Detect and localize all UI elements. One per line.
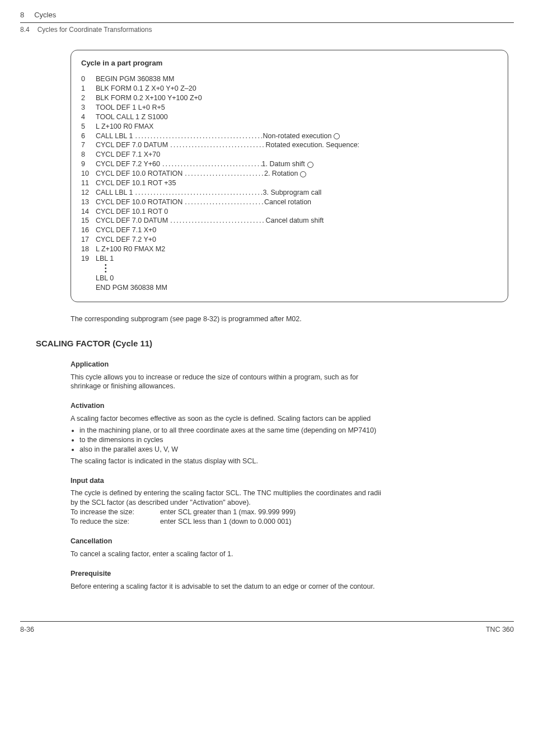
line-number: 6 bbox=[81, 132, 96, 141]
sub-activation: Activation bbox=[71, 401, 508, 411]
line-number: 4 bbox=[81, 112, 96, 122]
line-number: 3 bbox=[81, 103, 96, 112]
definition-value: enter SCL greater than 1 (max. 99.999 99… bbox=[160, 508, 296, 517]
annotation: Rotated execution. Sequence: bbox=[266, 140, 359, 150]
footer-model: TNC 360 bbox=[486, 625, 514, 635]
annotation-text: 2. Rotation bbox=[264, 169, 298, 179]
definition-value: enter SCL less than 1 (down to 0.000 001… bbox=[160, 517, 291, 527]
line-number: 10 bbox=[81, 169, 96, 179]
code-text: CALL LBL 1 bbox=[96, 132, 133, 141]
code-text: CYCL DEF 7.1 X+70 bbox=[96, 150, 160, 159]
ellipsis-dots: ••• bbox=[81, 264, 498, 274]
code-box-title: Cycle in a part program bbox=[81, 58, 498, 68]
program-row: 8CYCL DEF 7.1 X+70 bbox=[81, 150, 498, 159]
section-num: 8.4 bbox=[20, 25, 30, 34]
section-title: Cycles for Coordinate Transformations bbox=[38, 25, 152, 34]
program-row: 10CYCL DEF 10.0 ROTATION................… bbox=[81, 169, 498, 179]
definition-row: To reduce the size:enter SCL less than 1… bbox=[71, 517, 384, 527]
code-text: CYCL DEF 10.0 ROTATION bbox=[96, 169, 182, 179]
annotation: Non-rotated execution bbox=[263, 132, 340, 141]
header-rule bbox=[20, 22, 514, 23]
rotation-arrow-icon bbox=[334, 133, 340, 139]
leader-dots: ........................................… bbox=[168, 140, 265, 150]
sub-cancellation: Cancellation bbox=[71, 537, 508, 546]
chapter-num: 8 bbox=[20, 10, 24, 20]
program-tail-row: END PGM 360838 MM bbox=[81, 283, 498, 293]
code-box: Cycle in a part program 0BEGIN PGM 36083… bbox=[71, 50, 508, 302]
code-text: BLK FORM 0.1 Z X+0 Y+0 Z–20 bbox=[96, 84, 196, 93]
annotation: 2. Rotation bbox=[264, 169, 306, 179]
footer-page: 8-36 bbox=[20, 625, 34, 635]
code-text: CYCL DEF 7.0 DATUM bbox=[96, 140, 168, 150]
sub-application: Application bbox=[71, 360, 508, 369]
bullet-item: also in the parallel axes U, V, W bbox=[79, 445, 384, 454]
annotation-text: Cancel datum shift bbox=[266, 216, 324, 226]
leader-dots: ........................................… bbox=[160, 159, 262, 169]
annotation-text: Non-rotated execution bbox=[263, 132, 331, 141]
line-number: 13 bbox=[81, 198, 96, 207]
sub-input: Input data bbox=[71, 476, 508, 486]
footer: 8-36 TNC 360 bbox=[20, 621, 514, 635]
leader-dots: ........................................… bbox=[182, 169, 264, 179]
program-row: 5L Z+100 R0 FMAX bbox=[81, 122, 498, 132]
program-row: 2BLK FORM 0.2 X+100 Y+100 Z+0 bbox=[81, 93, 498, 103]
annotation-text: 3. Subprogram call bbox=[263, 188, 321, 198]
line-number: 0 bbox=[81, 74, 96, 84]
program-listing: 0BEGIN PGM 360838 MM1BLK FORM 0.1 Z X+0 … bbox=[81, 74, 498, 264]
program-row: 9CYCL DEF 7.2 Y+60......................… bbox=[81, 159, 498, 169]
line-number: 9 bbox=[81, 159, 96, 169]
annotation-text: 1. Datum shift bbox=[262, 159, 305, 169]
program-row: 1BLK FORM 0.1 Z X+0 Y+0 Z–20 bbox=[81, 84, 498, 93]
program-row: 11CYCL DEF 10.1 ROT +35 bbox=[81, 179, 498, 188]
code-text: TOOL DEF 1 L+0 R+5 bbox=[96, 103, 165, 112]
program-tail-row: LBL 0 bbox=[81, 274, 498, 283]
code-text: CYCL DEF 10.1 ROT +35 bbox=[96, 179, 176, 188]
line-number: 17 bbox=[81, 235, 96, 245]
line-number: 18 bbox=[81, 245, 96, 254]
bullet-item: in the machining plane, or to all three … bbox=[79, 426, 384, 435]
code-text: CYCL DEF 7.2 Y+60 bbox=[96, 159, 160, 169]
chapter-title: Cycles bbox=[34, 10, 56, 20]
line-number: 8 bbox=[81, 150, 96, 159]
para-activation1: A scaling factor becomes effective as so… bbox=[71, 414, 384, 424]
activation-bullets: in the machining plane, or to all three … bbox=[71, 426, 384, 454]
annotation: 1. Datum shift bbox=[262, 159, 313, 169]
code-text: CYCL DEF 7.2 Y+0 bbox=[96, 235, 156, 245]
definition-label: To reduce the size: bbox=[71, 517, 154, 527]
line-number: 19 bbox=[81, 254, 96, 264]
program-row: 12CALL LBL 1............................… bbox=[81, 188, 498, 198]
program-row: 4TOOL CALL 1 Z S1000 bbox=[81, 112, 498, 122]
leader-dots: ........................................… bbox=[133, 188, 263, 198]
para-cancellation: To cancel a scaling factor, enter a scal… bbox=[71, 550, 384, 559]
after-box-text: The corresponding subprogram (see page 8… bbox=[71, 314, 508, 324]
program-row: 7CYCL DEF 7.0 DATUM.....................… bbox=[81, 140, 498, 150]
code-text: BEGIN PGM 360838 MM bbox=[96, 74, 174, 84]
annotation: Cancel datum shift bbox=[266, 216, 324, 226]
definition-label: To increase the size: bbox=[71, 508, 154, 517]
para-application: This cycle allows you to increase or red… bbox=[71, 373, 384, 392]
program-row: 0BEGIN PGM 360838 MM bbox=[81, 74, 498, 84]
leader-dots: ........................................… bbox=[133, 132, 263, 141]
line-number: 15 bbox=[81, 216, 96, 226]
code-text: BLK FORM 0.2 X+100 Y+100 Z+0 bbox=[96, 93, 202, 103]
rotation-arrow-icon bbox=[300, 171, 306, 177]
line-number: 1 bbox=[81, 84, 96, 93]
page: 8 Cycles 8.4 Cycles for Coordinate Trans… bbox=[0, 0, 534, 657]
line-number: 11 bbox=[81, 179, 96, 188]
section-title-scaling: SCALING FACTOR (Cycle 11) bbox=[36, 338, 508, 349]
tail-end: END PGM 360838 MM bbox=[96, 283, 167, 293]
line-number: 16 bbox=[81, 226, 96, 235]
code-text: CYCL DEF 7.1 X+0 bbox=[96, 226, 156, 235]
code-text: L Z+100 R0 FMAX M2 bbox=[96, 245, 165, 254]
program-row: 14CYCL DEF 10.1 ROT 0 bbox=[81, 207, 498, 217]
line-number: 12 bbox=[81, 188, 96, 198]
code-text: CALL LBL 1 bbox=[96, 188, 133, 198]
annotation: 3. Subprogram call bbox=[263, 188, 321, 198]
header-section: 8.4 Cycles for Coordinate Transformation… bbox=[20, 25, 514, 50]
program-row: 17CYCL DEF 7.2 Y+0 bbox=[81, 235, 498, 245]
code-text: TOOL CALL 1 Z S1000 bbox=[96, 112, 168, 122]
bullet-item: to the dimensions in cycles bbox=[79, 435, 384, 445]
program-row: 19LBL 1 bbox=[81, 254, 498, 264]
para-input: The cycle is defined by entering the sca… bbox=[71, 489, 384, 508]
program-row: 13CYCL DEF 10.0 ROTATION................… bbox=[81, 198, 498, 207]
